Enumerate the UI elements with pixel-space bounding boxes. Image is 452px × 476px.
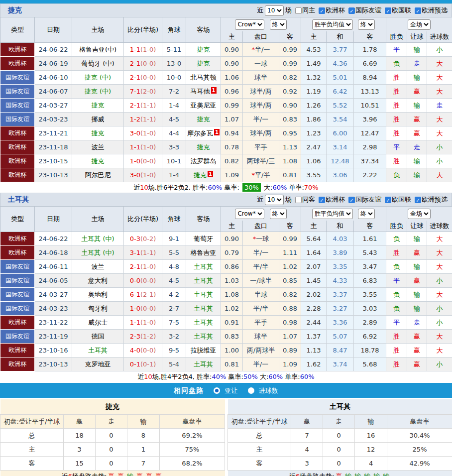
comp-checkbox-friendly[interactable] <box>348 197 355 203</box>
home-team[interactable]: 威尔士 <box>72 316 124 330</box>
recent-count-select[interactable]: 10 <box>265 5 284 16</box>
home-team[interactable]: 捷克 <box>72 99 124 113</box>
avg-type-select[interactable]: 胜平负均值 <box>312 19 353 30</box>
away-team[interactable]: 马耳他1 <box>186 85 221 99</box>
avg-home-odds: 1.37 <box>301 330 327 344</box>
stat-value: 0 <box>96 457 127 471</box>
home-team[interactable]: 土耳其 <box>72 344 124 357</box>
avg-away-odds: 3.96 <box>354 113 386 126</box>
competition-type: 欧洲杯 <box>0 316 35 330</box>
stat-row-label: 客 <box>228 457 291 471</box>
avg-draw-odds: 3.77 <box>327 43 354 57</box>
odds-state-select[interactable]: 终 <box>270 19 287 30</box>
avg-state-select[interactable]: 终 <box>358 19 375 30</box>
same-venue-checkbox[interactable] <box>295 197 302 203</box>
handicap-line: 平/半 <box>243 302 279 316</box>
result-handicap: 赢 <box>407 357 427 371</box>
away-team[interactable]: 法罗群岛 <box>186 154 221 168</box>
away-team[interactable]: 土耳其 <box>186 357 221 371</box>
away-team[interactable]: 摩尔多瓦1 <box>186 126 221 140</box>
home-team[interactable]: 捷克 (中) <box>72 71 124 85</box>
match-date: 24-03-27 <box>35 288 72 302</box>
result-handicap: 赢 <box>407 344 427 357</box>
away-team[interactable]: 格鲁吉亚 <box>186 246 221 260</box>
home-odds: 0.91 <box>221 316 243 330</box>
handicap-line: 两/两球半 <box>243 344 279 357</box>
home-team[interactable]: 捷克 <box>72 154 124 168</box>
col-odds-away: 客 <box>279 221 301 232</box>
stat-row: 客150768.2% <box>0 457 225 471</box>
avg-draw-odds: 5.52 <box>327 99 354 113</box>
away-team[interactable]: 捷克1 <box>186 168 221 182</box>
away-odds: 0.98 <box>279 316 301 330</box>
comp-checkbox-friendly[interactable] <box>348 7 355 14</box>
away-team[interactable]: 土耳其 <box>186 330 221 344</box>
home-team[interactable]: 意大利 <box>72 274 124 288</box>
home-team[interactable]: 捷克 (中) <box>72 85 124 99</box>
competition-type: 国际友谊 <box>0 274 35 288</box>
odds-state-select[interactable]: 终 <box>270 209 287 219</box>
trend-result: 赢 <box>117 473 124 476</box>
match-date: 24-06-22 <box>35 232 72 246</box>
home-team[interactable]: 波兰 <box>72 140 124 154</box>
home-team[interactable]: 匈牙利 <box>72 302 124 316</box>
radio-goal-count[interactable] <box>248 387 254 394</box>
odds-company-select[interactable]: Crow* <box>235 19 264 30</box>
away-odds: 1.02 <box>279 260 301 274</box>
away-team[interactable]: 亚美尼亚 <box>186 99 221 113</box>
recent-count-select[interactable]: 10 <box>265 195 284 205</box>
home-team[interactable]: 奥地利 <box>72 288 124 302</box>
home-team[interactable]: 挪威 <box>72 113 124 126</box>
scope-group: 全场 <box>386 17 452 32</box>
comp-label: 国际友谊 <box>355 6 381 15</box>
col-date: 日期 <box>35 207 72 232</box>
comp-checkbox-euroqualifier[interactable] <box>415 197 421 203</box>
away-team[interactable]: 葡萄牙 <box>186 232 221 246</box>
odds-company-select[interactable]: Crow* <box>235 209 264 219</box>
col-push: 走 <box>96 415 127 429</box>
away-team[interactable]: 土耳其 <box>186 260 221 274</box>
comp-checkbox-eurocup[interactable] <box>319 197 325 203</box>
comp-checkbox-euroqualifier[interactable] <box>415 7 421 14</box>
away-team[interactable]: 捷克 <box>186 113 221 126</box>
comp-checkbox-nationsleague[interactable] <box>385 197 391 203</box>
col-avg-away: 客 <box>354 221 386 232</box>
result-handicap: 输 <box>407 260 427 274</box>
avg-type-select[interactable]: 胜平负均值 <box>312 209 353 219</box>
away-team[interactable]: 土耳其 <box>186 274 221 288</box>
result-handicap: 赢 <box>407 85 427 99</box>
home-team[interactable]: 波兰 <box>72 260 124 274</box>
home-team[interactable]: 德国 <box>72 330 124 344</box>
near-label: 近 <box>257 195 263 204</box>
radio-asian-handicap[interactable] <box>214 387 220 394</box>
away-team[interactable]: 北马其顿 <box>186 71 221 85</box>
away-team[interactable]: 土耳其 <box>186 316 221 330</box>
home-team[interactable]: 阿尔巴尼 <box>72 168 124 182</box>
result-handicap: 输 <box>407 99 427 113</box>
scope-select[interactable]: 全场 <box>408 209 431 219</box>
home-team[interactable]: 土耳其 (中) <box>72 246 124 260</box>
home-team[interactable]: 捷克 <box>72 126 124 140</box>
match-row: 国际友谊24-06-05意大利0-0(0-0)4-5土耳其1.03一/球半0.8… <box>0 274 452 288</box>
scope-select[interactable]: 全场 <box>408 19 431 30</box>
col-push: 走 <box>323 415 355 429</box>
home-team[interactable]: 土耳其 (中) <box>72 232 124 246</box>
comp-checkbox-eurocup[interactable] <box>319 7 325 14</box>
same-venue-checkbox[interactable] <box>295 7 302 14</box>
away-team[interactable]: 土耳其 <box>186 302 221 316</box>
away-team[interactable]: 拉脱维亚 <box>186 344 221 357</box>
home-team[interactable]: 克罗地亚 <box>72 357 124 371</box>
home-team[interactable]: 格鲁吉亚(中) <box>72 43 124 57</box>
away-team[interactable]: 捷克 <box>186 43 221 57</box>
col-score: 比分(半场) <box>124 17 162 43</box>
away-odds: 0.89 <box>279 344 301 357</box>
result-handicap: 输 <box>407 232 427 246</box>
home-team[interactable]: 葡萄牙 (中) <box>72 57 124 71</box>
away-team[interactable]: 捷克 <box>186 140 221 154</box>
away-team[interactable]: 捷克 <box>186 57 221 71</box>
comp-checkbox-nationsleague[interactable] <box>385 7 391 14</box>
avg-state-select[interactable]: 终 <box>358 209 375 219</box>
match-row: 欧洲杯23-10-15捷克1-0(0-0)10-1法罗群岛0.82两球半/三1.… <box>0 154 452 168</box>
away-team[interactable]: 土耳其 <box>186 288 221 302</box>
result-wdl: 负 <box>386 260 407 274</box>
